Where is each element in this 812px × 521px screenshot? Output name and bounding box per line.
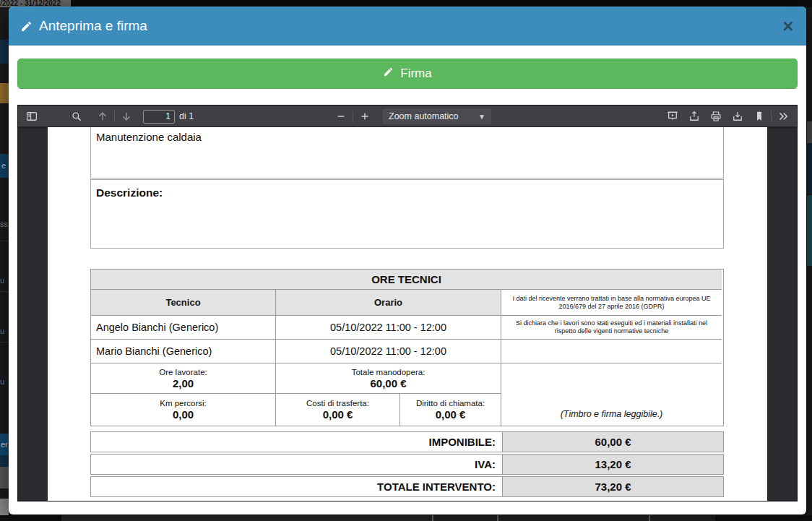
- toolbar-right-group: [663, 106, 792, 127]
- zoom-select-value: Zoom automatico: [389, 111, 459, 121]
- presentation-mode-button[interactable]: [663, 107, 682, 126]
- costi-trasferta-value: 0,00 €: [323, 408, 353, 421]
- table-row-orario: 05/10/2022 11:00 - 12:00: [276, 340, 501, 363]
- intervento-box: Manutenzione caldaia: [90, 127, 724, 178]
- totale-manodopera-cell: Totale manodopera: 60,00 €: [276, 363, 501, 394]
- background-fragment: [433, 515, 715, 521]
- background-divider: [0, 342, 9, 343]
- table-row-orario: 05/10/2022 11:00 - 12:00: [276, 316, 501, 340]
- background-fragment: u: [0, 376, 9, 387]
- iva-value: 13,20 €: [502, 455, 723, 474]
- ore-lavorate-value: 2,00: [173, 377, 194, 389]
- close-button[interactable]: ×: [781, 17, 795, 35]
- background-fragment: [497, 515, 498, 521]
- zoom-in-button[interactable]: [355, 107, 374, 126]
- tools-menu-button[interactable]: [774, 107, 792, 126]
- firma-button[interactable]: Firma: [17, 59, 798, 89]
- sidebar-toggle-icon: [25, 110, 38, 123]
- imponibile-row: IMPONIBILE: 60,00 €: [90, 431, 724, 452]
- print-button[interactable]: [707, 107, 725, 126]
- page-down-button[interactable]: [117, 107, 136, 126]
- background-fragment: e: [0, 154, 9, 178]
- diritto-chiamata-value: 0,00 €: [436, 408, 466, 421]
- firma-button-label: Firma: [400, 66, 431, 81]
- pdf-page: Manutenzione caldaia Descrizione: ORE TE…: [48, 127, 767, 501]
- background-fragment: [0, 40, 9, 64]
- background-divider: [0, 291, 9, 292]
- pencil-icon: [20, 20, 33, 33]
- page-number-input[interactable]: [143, 110, 175, 124]
- background-fragment: [432, 515, 433, 521]
- background-fragment: [649, 515, 650, 521]
- toolbar-left-group: di 1: [22, 106, 194, 127]
- chevron-down-icon: ▼: [478, 113, 485, 121]
- table-row-tecnico: Mario Bianchi (Generico): [91, 340, 276, 363]
- column-header-tecnico: Tecnico: [91, 290, 276, 316]
- bookmark-icon: [753, 110, 766, 123]
- modal-title: Anteprima e firma: [20, 18, 147, 34]
- totale-manodopera-label: Totale manodopera:: [352, 368, 426, 376]
- zoom-out-icon: [334, 110, 347, 123]
- costi-trasferta-cell: Costi di trasferta: 0,00 €: [276, 394, 400, 426]
- double-chevron-right-icon: [777, 110, 790, 123]
- intervento-text: Manutenzione caldaia: [91, 127, 723, 147]
- diritto-chiamata-label: Diritto di chiamata:: [416, 399, 485, 408]
- pencil-icon: [383, 66, 394, 81]
- ore-lavorate-label: Ore lavorate:: [159, 368, 207, 376]
- search-icon: [70, 110, 83, 123]
- km-percorsi-label: Km percorsi:: [160, 399, 207, 408]
- imponibile-value: 60,00 €: [502, 432, 723, 452]
- background-fragment: u: [0, 275, 9, 285]
- table-row-nota: [501, 340, 722, 363]
- km-percorsi-cell: Km percorsi: 0,00: [91, 394, 276, 426]
- table-row-nota: Si dichiara che i lavori sono stati eseg…: [501, 316, 722, 340]
- background-bottom-strip: [0, 515, 812, 521]
- print-icon: [709, 110, 722, 123]
- imponibile-label: IMPONIBILE:: [91, 432, 502, 452]
- page-up-icon: [96, 110, 109, 123]
- modal-header: Anteprima e firma ×: [9, 7, 806, 46]
- descrizione-label: Descrizione:: [91, 180, 723, 204]
- bookmark-button[interactable]: [750, 107, 769, 126]
- open-file-icon: [688, 110, 701, 123]
- background-fragment: [0, 455, 9, 467]
- open-file-button[interactable]: [685, 107, 704, 126]
- table-row-tecnico: Angelo Bianchi (Generico): [91, 316, 276, 340]
- timbro-firma-cell: (Timbro e firma leggibile.): [501, 363, 722, 426]
- background-fragment: [807, 143, 812, 194]
- background-fragment: [0, 499, 9, 516]
- background-right-strip: [807, 7, 812, 521]
- presentation-mode-icon: [666, 110, 679, 123]
- zoom-out-button[interactable]: [332, 107, 350, 126]
- zoom-select[interactable]: Zoom automatico ▼: [383, 108, 491, 124]
- background-left-strip: e ss u u u er: [0, 7, 9, 521]
- background-fragment: [0, 467, 9, 488]
- background-fragment: ss: [0, 219, 9, 229]
- page-count-label: di 1: [179, 111, 194, 121]
- column-header-orario: Orario: [276, 290, 501, 316]
- totale-intervento-row: TOTALE INTERVENTO: 73,20 €: [90, 476, 724, 497]
- background-divider: [0, 241, 9, 241]
- totale-intervento-label: TOTALE INTERVENTO:: [91, 477, 502, 496]
- modal-title-text: Anteprima e firma: [39, 18, 147, 34]
- ore-tecnici-table: ORE TECNICI Tecnico Orario I dati del ri…: [90, 269, 724, 426]
- screen: /2022 - 31/12/2022 e ss u u u er: [0, 0, 812, 521]
- background-fragment: [0, 83, 9, 103]
- pdf-document-area[interactable]: Manutenzione caldaia Descrizione: ORE TE…: [18, 127, 797, 501]
- background-fragment: [807, 121, 812, 143]
- toolbar-center-group: Zoom automatico ▼: [332, 106, 491, 127]
- descrizione-box: Descrizione:: [90, 179, 724, 249]
- download-icon: [731, 110, 744, 123]
- sidebar-toggle-button[interactable]: [22, 107, 41, 126]
- download-button[interactable]: [728, 107, 747, 126]
- costi-trasferta-label: Costi di trasferta:: [306, 399, 369, 408]
- background-fragment: er: [0, 434, 9, 455]
- page-up-button[interactable]: [93, 107, 112, 126]
- search-button[interactable]: [67, 107, 86, 126]
- background-fragment: u: [0, 326, 9, 336]
- gdpr-note: I dati del ricevente verrano trattati in…: [501, 290, 722, 316]
- table-title: ORE TECNICI: [91, 270, 722, 290]
- pdf-toolbar: di 1 Zoom automatico ▼: [18, 106, 797, 127]
- modal-anteprima-e-firma: Anteprima e firma × Firma: [9, 7, 806, 514]
- km-percorsi-value: 0,00: [173, 408, 194, 421]
